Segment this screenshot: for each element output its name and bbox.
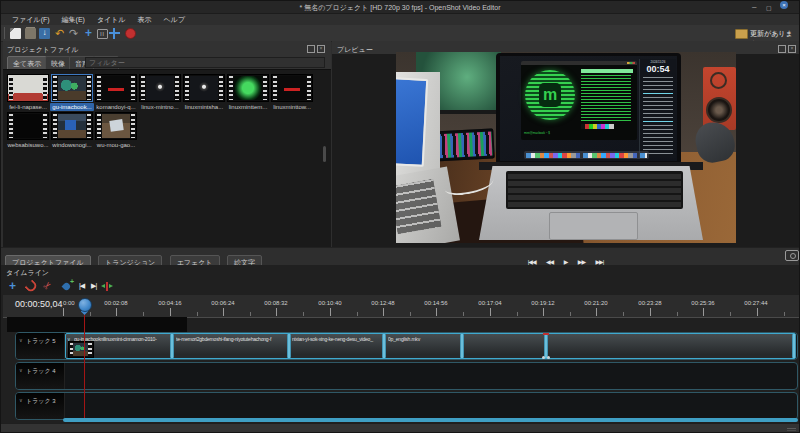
center-playhead-icon[interactable]: [101, 282, 113, 291]
file-name[interactable]: linuxminttow...: [270, 103, 314, 111]
file-name[interactable]: linuxminttem...: [226, 103, 270, 111]
track-header[interactable]: ∨ トラック 4: [16, 363, 65, 389]
track-label: トラック 5: [26, 337, 56, 346]
fullscreen-icon[interactable]: [109, 28, 120, 39]
next-marker-icon[interactable]: ▶|: [91, 282, 96, 290]
menu-title[interactable]: タイトル: [91, 15, 132, 25]
file-thumbnail[interactable]: [139, 74, 181, 102]
macbook-keyboard: [506, 171, 683, 209]
redo-icon[interactable]: ↷: [69, 28, 80, 39]
file-name[interactable]: fei-li-napase...: [6, 103, 50, 111]
ruler-label: 00:19:12: [531, 300, 554, 306]
chevron-down-icon[interactable]: ∨: [19, 397, 23, 403]
save-project-icon[interactable]: ↓: [39, 28, 50, 39]
terminal-color-palette: [581, 124, 614, 129]
float-panel-icon[interactable]: [778, 45, 786, 53]
track-3[interactable]: ∨ トラック 3: [15, 392, 798, 420]
file-name[interactable]: linux-mintno...: [138, 103, 182, 111]
timeline-ruler[interactable]: 00:00:50,04 0:00 00:02:08 00:04:16 00:06…: [3, 295, 799, 318]
playhead-line: [84, 311, 85, 418]
chevron-down-icon[interactable]: ∨: [19, 367, 23, 373]
add-marker-plus-icon[interactable]: +: [70, 278, 74, 285]
chevron-down-icon[interactable]: ∨: [19, 337, 23, 343]
resize-handle[interactable]: [542, 356, 545, 359]
clip-boundary-marker-selected[interactable]: [544, 334, 548, 358]
resize-handle[interactable]: [547, 356, 550, 359]
preview-panel-title: プレビュー: [337, 45, 373, 55]
menu-edit[interactable]: 編集(E): [56, 15, 91, 25]
resize-grip[interactable]: [787, 428, 796, 429]
timeline-horizontal-scrollbar[interactable]: [63, 418, 798, 422]
track-4[interactable]: ∨ トラック 4: [15, 362, 798, 390]
macos-dock: [524, 151, 649, 159]
mint-ascii-logo: m: [525, 70, 575, 120]
file-name[interactable]: windowsnogi...: [50, 141, 94, 149]
file-thumbnail[interactable]: [227, 74, 269, 102]
export-video-icon[interactable]: [125, 28, 136, 39]
snapping-magnet-icon[interactable]: [24, 279, 38, 293]
close-panel-icon[interactable]: ×: [317, 45, 325, 53]
thumb-image: [58, 114, 86, 138]
file-name[interactable]: komandoyi-q...: [94, 103, 138, 111]
clip-boundary-marker[interactable]: [382, 334, 386, 358]
terminal-prompt: mint@macbook ~ $: [524, 131, 550, 135]
close-panel-icon[interactable]: ×: [788, 45, 796, 53]
file-name[interactable]: linuxmintsha...: [182, 103, 226, 111]
clip-boundary-marker[interactable]: [287, 334, 291, 358]
track-header[interactable]: ∨ トラック 5: [16, 333, 65, 359]
clip-name-segment: 0p_english.mkv: [388, 336, 488, 343]
ruler-label: 0:00: [63, 300, 75, 306]
file-thumbnail[interactable]: [7, 112, 49, 140]
file-thumbnail[interactable]: [183, 74, 225, 102]
window-title: * 無名のプロジェクト [HD 720p 30 fps] - OpenShot …: [1, 3, 799, 13]
thumb-image: [146, 76, 174, 100]
open-project-icon[interactable]: [25, 28, 36, 39]
menu-file[interactable]: ファイル(F): [6, 15, 56, 25]
import-files-icon[interactable]: +: [85, 28, 96, 39]
razor-scissors-icon[interactable]: ✂: [40, 279, 54, 293]
add-track-icon[interactable]: +: [9, 279, 16, 293]
project-files-list[interactable]: fei-li-napase... gu-imacbook... komandoy…: [3, 69, 331, 248]
preview-video-frame[interactable]: m mint@macbook ~ $ 2024/11/26 00:54: [396, 52, 736, 243]
macbook-trackpad: [549, 212, 638, 240]
ruler-label: 00:23:28: [638, 300, 661, 306]
minimize-button[interactable]: –: [752, 3, 756, 11]
file-thumbnail[interactable]: [95, 74, 137, 102]
close-button[interactable]: ×: [780, 1, 788, 9]
main-toolbar: ↓ ↶ ↷ + ll 更新があります: [1, 25, 799, 42]
title-bar[interactable]: * 無名のプロジェクト [HD 720p 30 fps] - OpenShot …: [1, 1, 799, 14]
file-thumbnail[interactable]: [95, 112, 137, 140]
choose-profile-icon[interactable]: ll: [97, 29, 108, 39]
clip-name-segment: nixian-yi-sok-xing-ke-neng-desu_video_: [292, 336, 380, 343]
timeline-panel-title: タイムライン: [6, 268, 49, 278]
ruler-label: 00:04:16: [158, 300, 181, 306]
ruler-label: 00:10:40: [318, 300, 341, 306]
track-header[interactable]: ∨ トラック 3: [16, 393, 65, 419]
undo-icon[interactable]: ↶: [55, 28, 66, 39]
timeline-clip[interactable]: ∨ gu-imacbooknilinuxmint-cinnamon-2010- …: [65, 333, 796, 359]
file-thumbnail[interactable]: [51, 112, 93, 140]
thumb-image: [234, 76, 262, 100]
new-project-icon[interactable]: [10, 28, 21, 39]
camera-snapshot-icon[interactable]: [785, 250, 799, 261]
maximize-button[interactable]: ▢: [766, 4, 772, 12]
menu-view[interactable]: 表示: [132, 15, 158, 25]
file-name-selected[interactable]: gu-imacbook...: [50, 103, 94, 111]
menu-help[interactable]: ヘルプ: [158, 15, 192, 25]
clip-boundary-marker[interactable]: [170, 334, 174, 358]
file-thumbnail[interactable]: [271, 74, 313, 102]
update-available-icon[interactable]: [735, 29, 748, 39]
file-name[interactable]: websabisuwo...: [6, 141, 50, 149]
clip-boundary-marker[interactable]: [460, 334, 464, 358]
playhead-marker[interactable]: [78, 298, 92, 312]
previous-marker-icon[interactable]: |◀: [79, 282, 84, 290]
file-name[interactable]: wu-mou-gao...: [94, 141, 138, 149]
clip-right-edge[interactable]: [792, 334, 796, 358]
neofetch-title-line: [581, 69, 633, 73]
filter-input[interactable]: [85, 57, 325, 68]
track-label: トラック 3: [26, 397, 56, 406]
float-panel-icon[interactable]: [307, 45, 315, 53]
files-scrollbar[interactable]: [323, 146, 326, 162]
file-thumbnail-selected[interactable]: [51, 74, 93, 102]
file-thumbnail[interactable]: [7, 74, 49, 102]
